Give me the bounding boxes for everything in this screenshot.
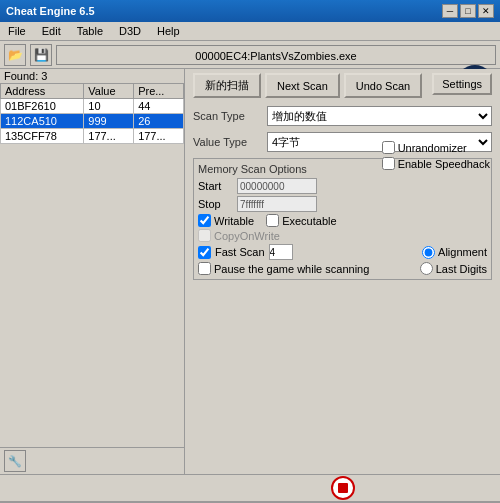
start-row: Start — [198, 178, 487, 194]
alignment-label: Alignment — [438, 246, 487, 258]
pause-label: Pause the game while scanning — [214, 263, 369, 275]
scan-type-select[interactable]: 增加的数值 — [267, 106, 492, 126]
menu-file[interactable]: File — [4, 24, 30, 38]
scan-type-label: Scan Type — [193, 110, 263, 122]
last-digits-radio-btn[interactable] — [420, 262, 433, 275]
unrandomizer-row: Unrandomizer — [382, 141, 490, 154]
writable-row: Writable — [198, 214, 254, 227]
scan-results-table: Address Value Pre... 01BF2610 10 44 112C… — [0, 83, 184, 144]
cell-address: 112CA510 — [1, 114, 84, 129]
cell-value: 999 — [84, 114, 134, 129]
unrandomizer-checkbox[interactable] — [382, 141, 395, 154]
value-type-label: Value Type — [193, 136, 263, 148]
writable-checkbox[interactable] — [198, 214, 211, 227]
alignment-radio-btn[interactable] — [422, 246, 435, 259]
save-button[interactable]: 💾 — [30, 44, 52, 66]
scan-type-row: Scan Type 增加的数值 — [193, 106, 492, 126]
cell-prev: 44 — [134, 99, 184, 114]
start-input[interactable] — [237, 178, 317, 194]
unrandomizer-label: Unrandomizer — [398, 142, 467, 154]
cell-prev: 177... — [134, 129, 184, 144]
pause-row: Pause the game while scanning — [198, 262, 369, 275]
start-label: Start — [198, 180, 233, 192]
cell-prev: 26 — [134, 114, 184, 129]
copy-on-write-checkbox — [198, 229, 211, 242]
pause-checkbox[interactable] — [198, 262, 211, 275]
toolbar: 📂 💾 00000EC4:PlantsVsZombies.exe E — [0, 41, 500, 69]
settings-tool-icon[interactable]: 🔧 — [4, 450, 26, 472]
last-digits-label: Last Digits — [436, 263, 487, 275]
title-bar: Cheat Engine 6.5 ─ □ ✕ — [0, 0, 500, 22]
cell-value: 177... — [84, 129, 134, 144]
left-panel: Found: 3 Address Value Pre... 01BF2610 1… — [0, 69, 185, 474]
new-scan-button[interactable]: 新的扫描 — [193, 73, 261, 98]
fast-scan-label: Fast Scan — [215, 246, 265, 258]
table-row[interactable]: 112CA510 999 26 — [1, 114, 184, 129]
col-prev: Pre... — [134, 84, 184, 99]
found-count: Found: 3 — [0, 69, 184, 83]
table-row[interactable]: 01BF2610 10 44 — [1, 99, 184, 114]
settings-button[interactable]: Settings — [432, 73, 492, 95]
speedhack-checkbox[interactable] — [382, 157, 395, 170]
menu-d3d[interactable]: D3D — [115, 24, 145, 38]
stop-row: Stop — [198, 196, 487, 212]
menu-bar: File Edit Table D3D Help — [0, 22, 500, 41]
cell-value: 10 — [84, 99, 134, 114]
col-value: Value — [84, 84, 134, 99]
stop-label: Stop — [198, 198, 233, 210]
right-panel: 新的扫描 Next Scan Undo Scan Settings Scan T… — [185, 69, 500, 474]
table-row[interactable]: 135CFF78 177... 177... — [1, 129, 184, 144]
copy-on-write-label: CopyOnWrite — [214, 230, 280, 242]
memory-scan-options: Memory Scan Options Start Stop Writable … — [193, 158, 492, 280]
menu-help[interactable]: Help — [153, 24, 184, 38]
minimize-button[interactable]: ─ — [442, 4, 458, 18]
open-button[interactable]: 📂 — [4, 44, 26, 66]
menu-table[interactable]: Table — [73, 24, 107, 38]
cell-address: 135CFF78 — [1, 129, 84, 144]
speedhack-label: Enable Speedhack — [398, 158, 490, 170]
window-controls: ─ □ ✕ — [442, 4, 494, 18]
speedhack-row: Enable Speedhack — [382, 157, 490, 170]
fast-scan-row: Fast Scan — [198, 244, 293, 260]
scan-buttons: 新的扫描 Next Scan Undo Scan Settings — [193, 73, 492, 98]
fast-scan-checkbox[interactable] — [198, 246, 211, 259]
maximize-button[interactable]: □ — [460, 4, 476, 18]
menu-edit[interactable]: Edit — [38, 24, 65, 38]
col-address: Address — [1, 84, 84, 99]
last-digits-radio: Last Digits — [420, 262, 487, 275]
next-scan-button[interactable]: Next Scan — [265, 73, 340, 98]
alignment-radio: Alignment — [422, 246, 487, 259]
copy-on-write-row: CopyOnWrite — [198, 229, 280, 242]
fast-scan-input[interactable] — [269, 244, 293, 260]
app-title: Cheat Engine 6.5 — [6, 5, 95, 17]
stop-scan-button[interactable] — [331, 476, 355, 500]
writable-label: Writable — [214, 215, 254, 227]
main-content: Found: 3 Address Value Pre... 01BF2610 1… — [0, 69, 500, 474]
executable-label: Executable — [282, 215, 336, 227]
stop-input[interactable] — [237, 196, 317, 212]
undo-scan-button[interactable]: Undo Scan — [344, 73, 422, 98]
address-bar: 00000EC4:PlantsVsZombies.exe — [56, 45, 496, 65]
close-button[interactable]: ✕ — [478, 4, 494, 18]
executable-checkbox[interactable] — [266, 214, 279, 227]
cell-address: 01BF2610 — [1, 99, 84, 114]
executable-row: Executable — [266, 214, 336, 227]
